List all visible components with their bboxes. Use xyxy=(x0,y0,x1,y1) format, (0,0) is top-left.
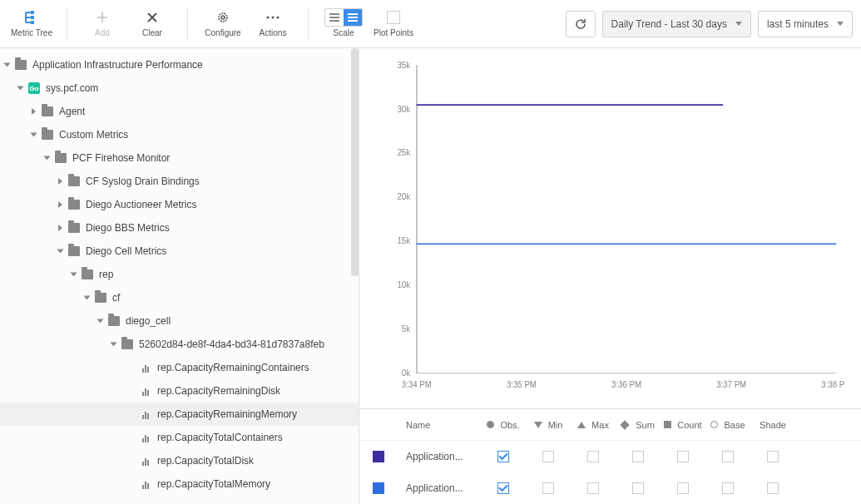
svg-point-7 xyxy=(277,16,280,18)
svg-text:3:38 PM: 3:38 PM xyxy=(821,379,844,388)
svg-text:3:34 PM: 3:34 PM xyxy=(402,379,432,388)
hdr-shade[interactable]: Shade xyxy=(750,420,795,430)
checkbox-obs[interactable] xyxy=(497,482,509,494)
bar-chart-icon xyxy=(139,362,152,373)
tree-node[interactable]: rep xyxy=(0,263,359,286)
svg-text:30k: 30k xyxy=(397,104,411,113)
bar-chart-icon xyxy=(139,455,152,467)
folder-icon xyxy=(41,106,54,117)
chart: 35k30k25k20k15k10k5k0k3:34 PM3:35 PM3:36… xyxy=(359,48,861,408)
tree-label: Agent xyxy=(59,106,85,117)
add-button[interactable]: Add xyxy=(79,6,126,42)
folder-icon xyxy=(121,338,134,350)
plot-points-button[interactable]: Plot Points xyxy=(370,6,417,42)
checkbox-max[interactable] xyxy=(587,451,599,462)
tree-label: sys.pcf.com xyxy=(46,82,98,94)
tree-node[interactable]: Application Infrastructure Performance xyxy=(0,53,359,77)
svg-text:20k: 20k xyxy=(397,192,411,201)
scrollbar[interactable] xyxy=(351,48,359,276)
plotpoints-icon xyxy=(387,8,400,27)
tree-node[interactable]: PCF Firehose Monitor xyxy=(0,146,359,170)
bar-chart-icon xyxy=(139,432,152,443)
tree-node[interactable]: Diego Auctioneer Metrics xyxy=(0,193,359,216)
trend-label: Daily Trend - Last 30 days xyxy=(611,18,727,30)
tree-node[interactable]: diego_cell xyxy=(0,309,359,333)
legend-header: Name Obs. Min Max Sum Count Base Shade xyxy=(359,409,861,441)
checkbox-min[interactable] xyxy=(542,482,554,494)
scale-toggle[interactable]: Scale xyxy=(320,6,367,42)
tree-label: 52602d84-de8f-4da4-bd34-81d7837a8feb xyxy=(139,338,324,350)
checkbox-sum[interactable] xyxy=(632,482,644,494)
svg-rect-1 xyxy=(31,16,34,19)
app-badge-icon: Go xyxy=(27,82,41,94)
svg-rect-0 xyxy=(31,11,34,14)
tree-node[interactable]: rep.CapacityRemainingContainers xyxy=(0,356,359,379)
svg-text:3:35 PM: 3:35 PM xyxy=(507,379,537,388)
tree-node[interactable]: rep.CapacityTotalMemory xyxy=(0,472,359,496)
hdr-obs[interactable]: Obs. xyxy=(481,420,526,430)
hdr-count[interactable]: Count xyxy=(661,420,705,430)
tree-icon xyxy=(24,8,39,27)
scale-segmented[interactable] xyxy=(324,8,363,27)
hdr-min[interactable]: Min xyxy=(526,420,571,430)
tree-label: rep.CapacityTotalDisk xyxy=(157,455,254,467)
tree-node[interactable]: CF Syslog Drain Bindings xyxy=(0,170,359,193)
folder-icon xyxy=(94,292,107,304)
plus-icon xyxy=(96,8,108,27)
bar-chart-icon xyxy=(139,385,152,397)
checkbox-base[interactable] xyxy=(722,451,734,462)
trend-dropdown[interactable]: Daily Trend - Last 30 days xyxy=(602,11,751,37)
hdr-max[interactable]: Max xyxy=(571,420,616,430)
checkbox-count[interactable] xyxy=(677,482,689,494)
hdr-sum[interactable]: Sum xyxy=(616,420,661,430)
checkbox-obs[interactable] xyxy=(497,451,509,462)
metric-tree-button[interactable]: Metric Tree xyxy=(8,6,55,42)
hdr-base[interactable]: Base xyxy=(705,420,750,430)
svg-text:5k: 5k xyxy=(402,324,411,334)
refresh-button[interactable] xyxy=(566,11,596,37)
tree-node[interactable]: 52602d84-de8f-4da4-bd34-81d7837a8feb xyxy=(0,333,359,356)
tree-node[interactable]: Gosys.pcf.com xyxy=(0,77,359,100)
checkbox-shade[interactable] xyxy=(767,482,779,494)
checkbox-base[interactable] xyxy=(722,482,734,494)
tree-node[interactable]: Diego BBS Metrics xyxy=(0,216,359,240)
tree-label: Application Infrastructure Performance xyxy=(32,59,203,71)
time-dropdown[interactable]: last 5 minutes xyxy=(758,11,853,37)
checkbox-max[interactable] xyxy=(587,482,599,494)
time-label: last 5 minutes xyxy=(767,18,829,30)
legend-row: Application... xyxy=(359,472,861,504)
checkbox-sum[interactable] xyxy=(632,451,644,462)
clear-label: Clear xyxy=(142,28,162,37)
tree-node[interactable]: Agent xyxy=(0,100,359,123)
tree-node[interactable]: Diego Cell Metrics xyxy=(0,240,359,263)
checkbox-shade[interactable] xyxy=(767,451,779,462)
toolbar: Metric Tree Add Clear Configure xyxy=(0,0,861,48)
scale-label: Scale xyxy=(333,28,354,37)
tree-label: rep xyxy=(99,269,113,280)
tree-node[interactable]: rep.CapacityTotalDisk xyxy=(0,449,359,472)
checkbox-count[interactable] xyxy=(677,451,689,462)
tree-label: Diego Auctioneer Metrics xyxy=(86,199,196,210)
svg-text:3:36 PM: 3:36 PM xyxy=(611,379,641,388)
tree-label: Diego BBS Metrics xyxy=(86,222,170,234)
tree-node[interactable]: rep.CapacityRemainingDisk xyxy=(0,379,359,403)
legend-name: Application... xyxy=(406,451,481,462)
folder-icon xyxy=(67,245,81,257)
clear-button[interactable]: Clear xyxy=(129,6,176,42)
actions-button[interactable]: Actions xyxy=(250,6,296,42)
tree-node[interactable]: Custom Metrics xyxy=(0,123,359,146)
svg-point-4 xyxy=(221,16,225,19)
tree-label: rep.CapacityTotalContainers xyxy=(157,432,283,443)
tree-node[interactable]: rep.CapacityTotalContainers xyxy=(0,426,359,449)
color-swatch xyxy=(373,451,384,462)
svg-point-3 xyxy=(219,13,227,22)
configure-button[interactable]: Configure xyxy=(200,6,246,42)
svg-text:3:37 PM: 3:37 PM xyxy=(716,379,746,388)
bar-chart-icon xyxy=(139,478,152,490)
checkbox-min[interactable] xyxy=(542,451,554,462)
svg-text:10k: 10k xyxy=(397,280,411,289)
tree-node[interactable]: cf xyxy=(0,286,359,309)
main-panel: 35k30k25k20k15k10k5k0k3:34 PM3:35 PM3:36… xyxy=(359,48,861,504)
gear-icon xyxy=(216,8,230,27)
tree-node[interactable]: rep.CapacityRemainingMemory xyxy=(0,403,359,426)
